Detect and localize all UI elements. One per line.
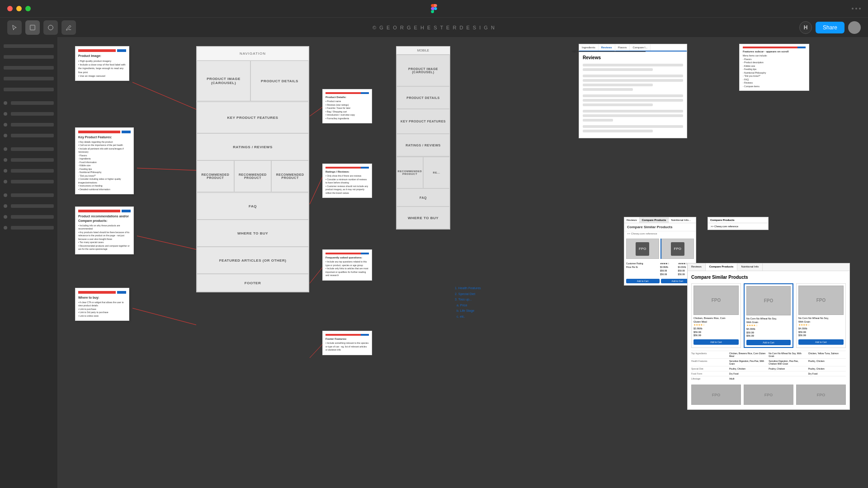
sidebar-item [0,165,57,176]
review-line [583,125,683,128]
footer-section: FOOTER [197,274,309,292]
large-compare-body: Compare Similar Products FPO Chicken, Br… [688,271,849,409]
anno-content: • Product name • Reviews (star ratings) … [326,100,369,120]
add-to-cart-1[interactable]: Add to Cart [626,279,660,283]
svg-point-1 [48,25,53,30]
tool-pen[interactable] [61,20,76,35]
sidebar-item [0,41,57,52]
anno-ratings: Ratings / Reviews: • Only show this if t… [322,164,372,198]
tab-compare-small[interactable]: Compare Products [640,217,669,223]
mob-recommended-row: RECOMMENDED PRODUCT RE... [396,156,450,188]
review-line [583,94,683,97]
large-compare-grid: FPO Chicken, Brewers Rice, Corn Gluten M… [691,283,846,348]
tool-frame[interactable] [25,20,40,35]
faq-section: FAQ [197,192,309,220]
add-cart-large-2[interactable]: Add to Cart [746,340,791,345]
mob-faq: FAQ [396,188,450,206]
review-line [583,130,653,132]
tab-ingredients[interactable]: Ingredients [579,44,599,51]
reviews-panel: Ingredients Reviews Flavors Compare I...… [579,44,687,138]
title-bar [0,0,868,17]
tool-move[interactable] [7,20,22,35]
svg-line-9 [310,267,322,283]
svg-rect-0 [30,25,35,30]
compare-ref-label: >> Chewy.com reference [708,223,768,230]
add-cart-large-3[interactable]: Add to Cart [798,339,844,345]
svg-line-6 [132,308,196,325]
sidebar-item [0,62,57,73]
feature-subcar-anno: Features subcar - appears on scroll Menu… [739,44,809,91]
product-info-1: Chicken, Brewers Rice, Corn Gluten Meal … [693,317,739,338]
anno-content: • Include any top questions related to t… [326,260,369,277]
review-line [583,103,653,106]
review-line [583,88,633,91]
sticky-content: • Key details regarding the product • Ca… [78,141,131,192]
title-bar-center [429,4,439,13]
review-line [583,68,653,71]
compare-subtitle-small: >> Chewy.com reference [624,231,696,237]
sticky-where-to-buy: Where to buy: • A clear CTA or widget th… [75,288,129,321]
reviews-title: Reviews [583,55,683,60]
canvas[interactable]: Product Image: • High quality product im… [58,37,868,488]
tab-flavors[interactable]: Flavors [615,44,630,51]
toolbar: © G E O R G E H E S T E R D E S I G N H … [0,17,868,37]
mob-product-details: PRODUCT DETAILS [396,86,450,109]
compare-item-1: FPO [626,239,659,259]
review-line [583,110,683,113]
tab-nutritional-large[interactable]: Nutritional Info [737,263,763,271]
tab-compare-large[interactable]: Compare Products [706,263,738,271]
compare-grid-row2: FPO FPO FPO [691,385,846,406]
tab-reviews[interactable]: Reviews [599,44,615,52]
where-to-buy-section: WHERE TO BUY [197,220,309,247]
sidebar-item [0,119,57,130]
title-bar-right [852,8,861,9]
rec-product-2: RECOMMENDED PRODUCT [234,160,272,192]
product-details-box: PRODUCT DETAILS [250,61,309,101]
review-line [583,99,683,102]
close-button[interactable] [7,6,13,11]
review-line [583,84,653,86]
anno-faq: Frequently asked questions: • Include an… [322,249,372,281]
tool-shape[interactable] [43,20,58,35]
sidebar-item [0,52,57,62]
sticky-key-features: Key Product Features: • Key details rega… [75,127,134,194]
sidebar-item [0,98,57,108]
anno-title: Footer Features: [326,337,369,341]
sidebar-item [0,201,57,211]
sticky-product-image: Product Image: • High quality product im… [75,46,129,81]
reviews-body: Reviews [579,52,687,138]
tab-reviews-large[interactable]: Reviews [688,263,706,271]
main-wireframe-frame: NAVIGATION PRODUCT IMAGE (CAROUSEL) PROD… [196,46,309,292]
large-compare-item-2: FPO No Corn No Wheat No Soy, With Grain … [744,283,793,348]
sticky-title: Key Product Features: [78,135,131,140]
main-area: Product Image: • High quality product im… [0,37,868,488]
mob-where-to-buy: WHERE TO BUY [396,206,450,229]
tab-compare-ref[interactable]: Compare Products [708,217,737,223]
tab-compare[interactable]: Compare I... [630,44,651,51]
anno-title: Product Details: [326,95,369,99]
feature-anno-title: Features subcar - appears on scroll [743,50,806,53]
compare-similar-title: Compare Similar Products [691,275,846,280]
minimize-button[interactable] [16,6,22,11]
add-cart-large-1[interactable]: Add to Cart [693,339,739,345]
tab-nutritional-small[interactable]: Nutritional Info... [669,217,693,223]
compare-fpo-sm-2: FPO [744,385,793,406]
toolbar-left [7,20,76,35]
user-avatar[interactable] [848,21,861,34]
product-row: PRODUCT IMAGE (CAROUSEL) PRODUCT DETAILS [197,61,309,102]
maximize-button[interactable] [25,6,31,11]
sidebar-item [0,176,57,187]
feature-anno-content: Menu Items can include: - Flavors - Prod… [743,54,806,88]
svg-line-3 [132,82,196,109]
sidebar-item [0,222,57,233]
tab-reviews-small[interactable]: Reviews [624,217,640,223]
mobile-nav: MOBILE [396,47,450,55]
mob-rec-2: RE... [423,157,450,188]
mob-ratings: RATINGS / REVIEWS [396,134,450,156]
share-button[interactable]: Share [816,22,844,33]
svg-line-7 [310,107,322,116]
numbered-list: 1. Health Features 2. Special Diet 3. To… [455,286,481,320]
large-compare-item-3: FPO No Corn No Wheat No Soy, With Grain … [796,283,846,348]
mobile-frame: MOBILE PRODUCT IMAGE (CAROUSEL) PRODUCT … [396,46,450,230]
left-sidebar [0,37,58,488]
